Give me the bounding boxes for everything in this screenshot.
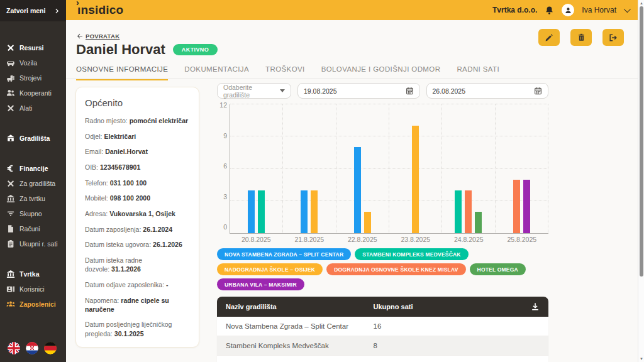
sidebar-item-ukupni-r-sati[interactable]: Ukupni r. sati bbox=[0, 236, 66, 251]
close-menu-button[interactable]: Zatvori meni bbox=[0, 0, 66, 21]
chart-legend: Nova Stambena Zgrada – Split CentarStamb… bbox=[217, 248, 548, 290]
table-row: Nadogradnja škole – Osijek 16 bbox=[217, 356, 548, 362]
document-icon bbox=[6, 224, 15, 233]
legend-chip[interactable]: Nova Stambena Zgrada – Split Centar bbox=[217, 248, 351, 260]
flag-croatia-icon[interactable] bbox=[26, 342, 38, 354]
sidebar-item-label: Zaposlenici bbox=[19, 300, 56, 308]
legend-chip[interactable]: Urbana vila – Maksimir bbox=[217, 278, 304, 290]
flag-germany-icon[interactable] bbox=[44, 342, 57, 354]
info-field: Datum posljednjeg liječničkog pregleda:3… bbox=[85, 320, 190, 337]
sidebar-nav: Resursi Vozila Strojevi Kooperanti Alati… bbox=[0, 21, 66, 312]
sidebar-item-korisnici[interactable]: Korisnici bbox=[0, 282, 66, 297]
sidebar-item-label: Strojevi bbox=[19, 74, 42, 82]
chevron-down-icon bbox=[280, 89, 285, 92]
bar bbox=[301, 190, 308, 233]
user-avatar[interactable] bbox=[562, 4, 574, 16]
sidebar-item-label: Alati bbox=[19, 104, 32, 112]
table-row: Nova Stambena Zgrada – Split Centar 16 bbox=[217, 317, 548, 336]
filter-icon bbox=[6, 209, 15, 218]
sidebar-item-kooperanti[interactable]: Kooperanti bbox=[0, 85, 66, 101]
sidebar-item-financije[interactable]: Financije bbox=[0, 161, 66, 176]
back-link[interactable]: POVRATAK bbox=[77, 33, 119, 40]
language-switcher bbox=[8, 342, 57, 354]
sidebar-item-gradilista[interactable]: Gradilišta bbox=[0, 131, 66, 146]
legend-chip[interactable]: Hotel Omega bbox=[470, 263, 526, 275]
info-field: Datum isteka ugovora:26.1.2026 bbox=[85, 240, 190, 249]
x-tick-label: 22.8.2025 bbox=[336, 236, 389, 243]
sidebar-item-za-gradilista[interactable]: Za gradilišta bbox=[0, 176, 66, 191]
sidebar-item-label: Skupno bbox=[19, 210, 42, 217]
bar bbox=[465, 190, 472, 233]
page-title: Daniel Horvat bbox=[76, 41, 165, 58]
chart-plot bbox=[230, 104, 548, 234]
calendar-icon[interactable] bbox=[406, 87, 414, 95]
x-tick-label: 25.8.2025 bbox=[496, 236, 549, 243]
user-name[interactable]: Iva Horvat bbox=[582, 6, 616, 14]
flag-uk-icon[interactable] bbox=[8, 342, 20, 354]
sidebar-item-label: Resursi bbox=[19, 44, 44, 52]
sidebar-item-alati[interactable]: Alati bbox=[0, 101, 66, 116]
info-field: Radno mjesto:pomoćni električar bbox=[85, 116, 190, 125]
x-tick-label: 23.8.2025 bbox=[389, 236, 443, 243]
scroll-down-arrow-icon[interactable]: ▼ bbox=[638, 356, 644, 362]
scroll-up-arrow-icon[interactable]: ▲ bbox=[638, 0, 644, 6]
scrollbar-thumb[interactable] bbox=[640, 6, 643, 277]
download-button[interactable] bbox=[531, 302, 540, 311]
chart-band bbox=[442, 104, 495, 233]
info-fields: Radno mjesto:pomoćni električarOdjel:Ele… bbox=[85, 116, 190, 338]
edit-button[interactable] bbox=[538, 29, 560, 46]
deactivate-logout-button[interactable] bbox=[602, 29, 624, 46]
chart-band bbox=[389, 104, 442, 233]
sidebar-item-racuni[interactable]: Računi bbox=[0, 221, 66, 236]
pencil-icon bbox=[545, 33, 553, 42]
vertical-scrollbar[interactable]: ▲ ▼ bbox=[638, 0, 644, 362]
sidebar-item-zaposlenici[interactable]: Zaposlenici bbox=[0, 297, 66, 312]
sidebar-item-label: Vozila bbox=[19, 59, 37, 67]
sidebar-item-tvrtka[interactable]: Tvrtka bbox=[0, 266, 66, 282]
filters: Odaberite gradilište 19.08.2025 26.08.20… bbox=[217, 83, 548, 99]
info-field: Telefon:031 100 100 bbox=[85, 178, 190, 187]
legend-chip[interactable]: Stambeni Kompleks Medveščak bbox=[355, 248, 468, 260]
date-to-value: 26.08.2025 bbox=[433, 87, 466, 95]
legend-chip[interactable]: Nadogradnja škole – Osijek bbox=[217, 263, 323, 275]
user-menu-chevron-icon[interactable] bbox=[624, 6, 631, 13]
legend-chip[interactable]: Dogradnja osnovne škole Knez Mislav bbox=[326, 263, 465, 275]
sidebar-item-label: Ukupni r. sati bbox=[19, 240, 58, 248]
y-tick-label: 9 bbox=[223, 132, 227, 140]
sidebar-item-za-tvrtku[interactable]: Za tvrtku bbox=[0, 191, 66, 206]
main-content: POVRATAK Daniel Horvat AKTIVNO OSNOVNE I… bbox=[66, 20, 638, 362]
date-from-input[interactable]: 19.08.2025 bbox=[297, 83, 420, 99]
logout-icon bbox=[609, 33, 618, 42]
bar bbox=[523, 180, 530, 233]
calendar-icon[interactable] bbox=[534, 87, 542, 95]
table-header: Naziv gradilišta Ukupno sati bbox=[217, 297, 548, 317]
notifications-bell-icon[interactable] bbox=[545, 6, 554, 15]
x-tick-label: 21.8.2025 bbox=[283, 236, 336, 243]
company-icon bbox=[6, 270, 15, 278]
sidebar-item-resursi[interactable]: Resursi bbox=[0, 40, 66, 55]
cell-site-name: Stambeni Kompleks Medveščak bbox=[226, 342, 374, 349]
tools-icon bbox=[6, 179, 15, 188]
info-field: Datum odjave zaposlenika:- bbox=[85, 280, 190, 289]
chart-band bbox=[230, 104, 283, 233]
bar bbox=[258, 190, 265, 233]
sidebar-item-skupno[interactable]: Skupno bbox=[0, 206, 66, 221]
site-select[interactable]: Odaberite gradilište bbox=[217, 83, 291, 99]
construction-site-icon bbox=[6, 134, 15, 143]
y-tick-label: 12 bbox=[219, 101, 227, 109]
cell-site-name: Nova Stambena Zgrada – Split Centar bbox=[226, 322, 374, 330]
card-title: Općenito bbox=[85, 97, 190, 108]
delete-button[interactable] bbox=[570, 29, 592, 46]
bar bbox=[475, 212, 482, 233]
sidebar-item-label: Financije bbox=[19, 165, 48, 172]
date-to-input[interactable]: 26.08.2025 bbox=[426, 83, 549, 99]
app-logo[interactable]: ›ınsidico bbox=[77, 3, 123, 17]
chart-band bbox=[336, 104, 389, 233]
column-header-naziv: Naziv gradilišta bbox=[226, 303, 374, 310]
chart-band bbox=[283, 104, 336, 233]
info-field: Datum zaposljenja:26.1.2024 bbox=[85, 225, 190, 234]
site-select-placeholder: Odaberite gradilište bbox=[223, 84, 280, 99]
topbar: ›ınsidico Tvrtka d.o.o. Iva Horvat bbox=[66, 0, 638, 20]
sidebar-item-strojevi[interactable]: Strojevi bbox=[0, 70, 66, 85]
sidebar-item-vozila[interactable]: Vozila bbox=[0, 55, 66, 70]
